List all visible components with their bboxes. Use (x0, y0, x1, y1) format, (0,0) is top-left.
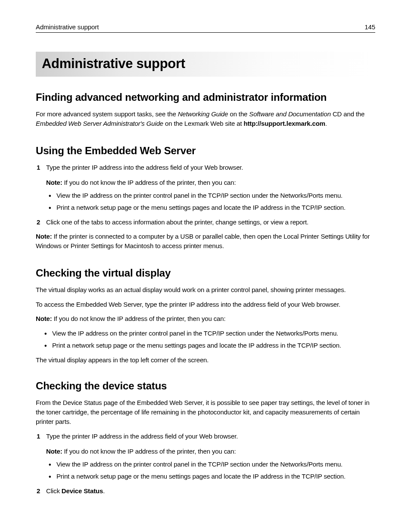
header-page-number: 145 (364, 23, 375, 31)
italic-text: Embedded Web Server Administrator's Guid… (36, 120, 163, 127)
ews-steps: Type the printer IP address into the add… (36, 163, 375, 227)
text-span: . (325, 120, 327, 127)
note-block: Note: If you do not know the IP address … (46, 447, 375, 456)
text-span: For more advanced system support tasks, … (36, 110, 178, 118)
step-text: Click (46, 487, 62, 495)
document-page: Administrative support 145 Administrativ… (0, 0, 411, 532)
note-text: If you do not know the IP address of the… (62, 179, 236, 186)
step-text: Type the printer IP address into the add… (46, 164, 243, 171)
step-item: Click one of the tabs to access informat… (36, 218, 375, 227)
note-label: Note: (46, 448, 62, 455)
text-span: on the (228, 110, 249, 118)
text-span: CD and the (331, 110, 364, 118)
header-section-name: Administrative support (36, 23, 99, 31)
url-text: http://support.lexmark.com (243, 120, 325, 127)
heading-device: Checking the device status (36, 380, 375, 392)
step-item: Type the printer IP address into the add… (36, 163, 375, 212)
para-virtual-1: The virtual display works as an actual d… (36, 285, 375, 295)
note-text: If the printer is connected to a compute… (36, 233, 370, 249)
chapter-title: Administrative support (36, 52, 375, 77)
device-bullets: View the IP address on the printer contr… (46, 460, 375, 481)
heading-finding: Finding advanced networking and administ… (36, 91, 375, 103)
note-label: Note: (46, 179, 62, 186)
italic-text: Networking Guide (178, 110, 228, 118)
para-device-1: From the Device Status page of the Embed… (36, 398, 375, 426)
step-text: . (103, 487, 105, 495)
heading-ews: Using the Embedded Web Server (36, 145, 375, 157)
para-finding: For more advanced system support tasks, … (36, 109, 375, 128)
bullet-item: View the IP address on the printer contr… (46, 460, 375, 469)
note-text: If you do not know the IP address of the… (62, 448, 236, 455)
step-item: Type the printer IP address in the addre… (36, 432, 375, 481)
note-block: Note: If you do not know the IP address … (46, 178, 375, 187)
text-span: on the Lexmark Web site at (163, 120, 243, 127)
italic-text: Software and Documentation (249, 110, 331, 118)
virtual-bullets: View the IP address on the printer contr… (42, 329, 375, 350)
note-label: Note: (36, 315, 52, 322)
bullet-item: Print a network setup page or the menu s… (42, 341, 375, 350)
bullet-item: View the IP address on the printer contr… (42, 329, 375, 338)
note-text: If you do not know the IP address of the… (52, 315, 226, 322)
bold-text: Device Status (62, 487, 103, 495)
step-text: Type the printer IP address in the addre… (46, 432, 238, 440)
ews-bullets: View the IP address on the printer contr… (46, 191, 375, 212)
heading-virtual: Checking the virtual display (36, 267, 375, 279)
note-label: Note: (36, 233, 52, 240)
step-text: Click one of the tabs to access informat… (46, 218, 308, 226)
bullet-item: Print a network setup page or the menu s… (46, 203, 375, 212)
para-ews-note: Note: If the printer is connected to a c… (36, 232, 375, 251)
para-virtual-2: To access the Embedded Web Server, type … (36, 300, 375, 309)
device-steps: Type the printer IP address in the addre… (36, 432, 375, 496)
bullet-item: Print a network setup page or the menu s… (46, 472, 375, 481)
para-virtual-note: Note: If you do not know the IP address … (36, 314, 375, 324)
bullet-item: View the IP address on the printer contr… (46, 191, 375, 200)
step-item: Click Device Status. (36, 486, 375, 496)
para-virtual-3: The virtual display appears in the top l… (36, 355, 375, 365)
page-header: Administrative support 145 (36, 23, 375, 33)
